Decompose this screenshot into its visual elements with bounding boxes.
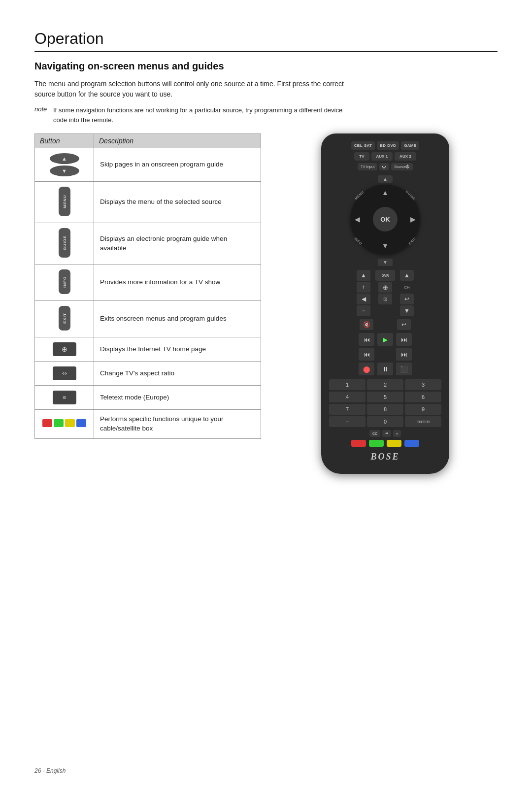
- button-cell-guide: GUIDE: [35, 223, 94, 265]
- cbl-sat-button[interactable]: CBL-SAT: [351, 141, 375, 150]
- remote-yellow-button[interactable]: [387, 440, 401, 447]
- stop-button[interactable]: ⬛: [396, 363, 412, 375]
- page-up-area: ▲: [329, 175, 441, 183]
- exit-button-wrap: EXIT: [59, 306, 70, 331]
- ok-button[interactable]: OK: [373, 207, 398, 232]
- page-down-remote-btn[interactable]: ▼: [378, 259, 393, 266]
- button-cell-menu: MENU: [35, 182, 94, 223]
- teletext-button[interactable]: ≡: [53, 391, 76, 404]
- ch-up-button[interactable]: ▲: [400, 270, 414, 281]
- bd-dvd-button[interactable]: BD-DVD: [377, 141, 399, 150]
- yellow-button[interactable]: [65, 419, 75, 427]
- info-button[interactable]: INFO: [59, 269, 70, 294]
- page-title: Operation: [34, 30, 498, 52]
- globe-button[interactable]: ⊕: [53, 342, 76, 356]
- red-button[interactable]: [42, 419, 52, 427]
- tv-button[interactable]: TV: [354, 152, 369, 161]
- skip-back-button[interactable]: ⏮: [359, 348, 374, 361]
- button-cell-colors: [35, 410, 94, 439]
- rewind-button[interactable]: ⏮: [359, 333, 374, 346]
- num-4-button[interactable]: 4: [329, 392, 366, 402]
- vol-minus-button[interactable]: −: [357, 305, 370, 316]
- dvr-button[interactable]: DVR: [375, 270, 395, 281]
- desc-cell: Displays an electronic program guide whe…: [94, 223, 261, 265]
- return-button[interactable]: ↩: [397, 319, 411, 330]
- num-0-button[interactable]: 0: [367, 416, 403, 427]
- desc-text: Performs specific functions unique to yo…: [100, 415, 224, 432]
- fastforward-button[interactable]: ⏭: [396, 333, 412, 346]
- desc-text: Skip pages in an onscreen program guide: [100, 161, 223, 168]
- aux2-button[interactable]: AUX 2: [395, 152, 416, 161]
- teletext-remote-button[interactable]: ≡: [393, 430, 401, 437]
- desc-cell: Displays the Internet TV home page: [94, 337, 261, 362]
- playback-row: ⏮ ▶ ⏭: [329, 333, 441, 346]
- col-header-description: Description: [94, 134, 261, 148]
- page-content: Operation Navigating on-screen menus and…: [0, 0, 532, 503]
- button-table: Button Description ▲ ▼ Skip pages in an …: [34, 133, 261, 439]
- vol-up-button[interactable]: ▲: [357, 270, 370, 281]
- guide-button[interactable]: GUIDE: [59, 228, 70, 258]
- aspect-remote-button[interactable]: ⇔: [382, 430, 391, 437]
- page-down-btn[interactable]: ▼: [50, 165, 79, 176]
- record-button[interactable]: ⬤: [359, 363, 374, 375]
- desc-cell: Performs specific functions unique to yo…: [94, 410, 261, 439]
- num-3-button[interactable]: 3: [405, 379, 441, 390]
- skip-row: ⏮ ⏭: [329, 348, 441, 361]
- color-buttons: [42, 419, 86, 427]
- vol-left-button[interactable]: ◀: [357, 294, 370, 304]
- nav-down-button[interactable]: ▼: [382, 242, 389, 250]
- remote-red-button[interactable]: [351, 440, 366, 447]
- dash-button[interactable]: −: [329, 416, 366, 427]
- page-down-area: ▼: [329, 259, 441, 266]
- caption-remote-button[interactable]: ⊡: [378, 294, 392, 304]
- num-6-button[interactable]: 6: [405, 392, 441, 402]
- remote-blue-button[interactable]: [404, 440, 419, 447]
- exit-button[interactable]: EXIT: [59, 306, 70, 331]
- ch-right-button[interactable]: ↩: [400, 294, 414, 304]
- cc-button[interactable]: CC: [369, 430, 380, 437]
- desc-text: Change TV's aspect ratio: [100, 369, 174, 377]
- play-button[interactable]: ▶: [377, 333, 393, 346]
- nav-left-button[interactable]: ◀: [355, 215, 360, 223]
- table-row: ⇔ Change TV's aspect ratio: [35, 362, 261, 386]
- game-button[interactable]: GAME: [401, 141, 419, 150]
- num-1-button[interactable]: 1: [329, 379, 366, 390]
- skip-fwd-button[interactable]: ⏭: [396, 348, 412, 361]
- vol-ch-row: ▲ + ◀ − DVR ⊕ ⊡ ▲ CH ↩ ▼: [329, 270, 441, 316]
- nav-ring: MENU GUIDE INFO EXIT ▲ ▼ ◀ ▶ OK: [351, 185, 420, 254]
- tv-input-button[interactable]: TV Input: [358, 163, 377, 170]
- desc-cell: Skip pages in an onscreen program guide: [94, 148, 261, 182]
- power-button[interactable]: ⏻: [379, 163, 389, 170]
- nav-up-button[interactable]: ▲: [382, 189, 389, 197]
- note-row: note If some navigation functions are no…: [34, 105, 355, 125]
- num-8-button[interactable]: 8: [367, 404, 403, 415]
- num-5-button[interactable]: 5: [367, 392, 403, 402]
- page-up-remote-btn[interactable]: ▲: [378, 175, 393, 183]
- aspect-button[interactable]: ⇔: [53, 366, 76, 380]
- remote-container: CBL-SAT BD-DVD GAME TV AUX 1 AUX 2 TV In…: [273, 133, 498, 474]
- ch-down-button[interactable]: ▼: [400, 305, 414, 316]
- enter-button[interactable]: ENTER: [405, 416, 441, 427]
- menu-button[interactable]: MENU: [59, 187, 70, 216]
- aux1-button[interactable]: AUX 1: [371, 152, 393, 161]
- vol-col: ▲ + ◀ −: [357, 270, 370, 316]
- mute-button[interactable]: 🔇: [360, 319, 373, 330]
- num-2-button[interactable]: 2: [367, 379, 403, 390]
- table-row: ▲ ▼ Skip pages in an onscreen program gu…: [35, 148, 261, 182]
- guide-label: GUIDE: [405, 190, 416, 200]
- num-7-button[interactable]: 7: [329, 404, 366, 415]
- num-9-button[interactable]: 9: [405, 404, 441, 415]
- globe-remote-button[interactable]: ⊕: [378, 282, 392, 293]
- table-row: ≡ Teletext mode (Europe): [35, 386, 261, 410]
- pause-button[interactable]: ⏸: [377, 363, 393, 375]
- button-cell-aspect: ⇔: [35, 362, 94, 386]
- page-up-btn[interactable]: ▲: [50, 153, 79, 164]
- mute-row: 🔇 ↩: [329, 319, 441, 330]
- bose-logo: BOSE: [329, 452, 441, 462]
- remote-green-button[interactable]: [369, 440, 384, 447]
- vol-plus-button[interactable]: +: [357, 282, 370, 293]
- blue-button[interactable]: [76, 419, 86, 427]
- nav-right-button[interactable]: ▶: [410, 215, 416, 223]
- source-button[interactable]: Source⏻: [391, 163, 413, 170]
- green-button[interactable]: [54, 419, 64, 427]
